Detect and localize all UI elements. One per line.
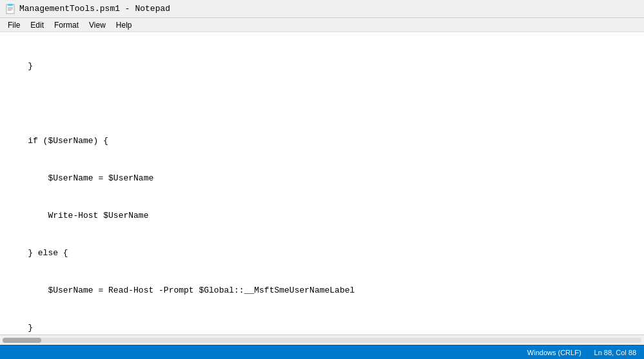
menu-bar: File Edit Format View Help bbox=[0, 18, 644, 32]
code-line: } bbox=[8, 60, 636, 72]
scrollbar-track bbox=[3, 338, 641, 343]
code-content: } if ($UserName) { $UserName = $UserName… bbox=[0, 35, 644, 335]
title-bar: ManagementTools.psm1 - Notepad bbox=[0, 0, 644, 18]
code-line: } bbox=[8, 322, 636, 334]
code-line: $UserName = Read-Host -Prompt $Global::_… bbox=[8, 284, 636, 296]
svg-rect-1 bbox=[8, 4, 13, 6]
menu-file[interactable]: File bbox=[3, 19, 25, 31]
menu-edit[interactable]: Edit bbox=[25, 19, 49, 31]
code-line bbox=[8, 97, 636, 110]
window-title: ManagementTools.psm1 - Notepad bbox=[19, 4, 170, 14]
scrollbar-thumb[interactable] bbox=[3, 338, 41, 343]
line-col-status: Ln 88, Col 88 bbox=[594, 349, 636, 356]
code-line: Write-Host $UserName bbox=[8, 209, 636, 222]
menu-format[interactable]: Format bbox=[49, 19, 84, 31]
status-bar: Windows (CRLF) Ln 88, Col 88 bbox=[0, 345, 644, 359]
menu-help[interactable]: Help bbox=[111, 19, 137, 31]
code-line: } else { bbox=[8, 247, 636, 259]
code-editor[interactable]: } if ($UserName) { $UserName = $UserName… bbox=[0, 32, 644, 335]
notepad-icon bbox=[5, 4, 15, 14]
code-line: $UserName = $UserName bbox=[8, 172, 636, 184]
status-right: Windows (CRLF) Ln 88, Col 88 bbox=[527, 349, 636, 356]
encoding-status: Windows (CRLF) bbox=[527, 349, 581, 356]
menu-view[interactable]: View bbox=[84, 19, 111, 31]
code-line: if ($UserName) { bbox=[8, 135, 636, 147]
horizontal-scrollbar[interactable] bbox=[0, 335, 644, 345]
